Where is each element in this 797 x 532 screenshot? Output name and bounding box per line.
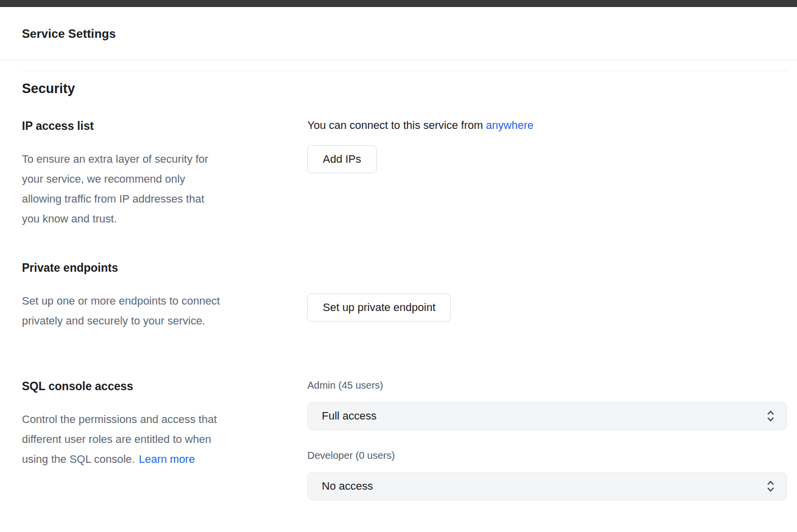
ip-access-list-label: IP access list xyxy=(22,119,282,133)
settings-main: Security IP access list To ensure an ext… xyxy=(0,71,797,500)
private-endpoints-right-column: Set up private endpoint xyxy=(307,261,787,321)
ip-access-left-column: IP access list To ensure an extra layer … xyxy=(22,119,307,229)
sql-console-access-description: Control the permissions and access that … xyxy=(22,410,282,469)
anywhere-link[interactable]: anywhere xyxy=(486,119,533,131)
ip-access-list-description: To ensure an extra layer of security for… xyxy=(22,149,282,229)
sql-console-left-column: SQL console access Control the permissio… xyxy=(22,379,307,469)
setting-row-ip-access-list: IP access list To ensure an extra layer … xyxy=(22,119,787,229)
private-endpoints-label: Private endpoints xyxy=(22,261,282,275)
setting-row-private-endpoints: Private endpoints Set up one or more end… xyxy=(22,261,787,331)
admin-access-select[interactable]: Full access xyxy=(307,402,787,430)
ip-access-status-text: You can connect to this service from xyxy=(307,119,483,131)
ip-access-right-column: You can connect to this service fromanyw… xyxy=(307,119,787,173)
admin-select-label: Admin (45 users) xyxy=(307,379,787,391)
sql-console-right-column: Admin (45 users) Full access Developer (… xyxy=(307,379,787,500)
private-endpoints-left-column: Private endpoints Set up one or more end… xyxy=(22,261,307,331)
page-title: Service Settings xyxy=(22,26,775,41)
window-chrome-bar xyxy=(0,0,797,7)
admin-access-field: Admin (45 users) Full access xyxy=(307,379,787,430)
private-endpoints-description: Set up one or more endpoints to connect … xyxy=(22,291,282,331)
add-ips-button[interactable]: Add IPs xyxy=(307,145,377,173)
section-divider xyxy=(22,71,787,71)
admin-access-select-value: Full access xyxy=(322,410,377,423)
learn-more-link[interactable]: Learn more xyxy=(139,453,195,465)
header-divider xyxy=(0,60,797,60)
setting-row-sql-console-access: SQL console access Control the permissio… xyxy=(22,379,787,500)
chevron-updown-icon xyxy=(767,479,775,493)
setup-private-endpoint-button[interactable]: Set up private endpoint xyxy=(307,294,451,321)
section-title-security: Security xyxy=(22,81,787,97)
developer-select-label: Developer (0 users) xyxy=(307,449,787,461)
page-header: Service Settings xyxy=(0,7,797,60)
sql-console-access-label: SQL console access xyxy=(22,379,282,393)
developer-access-select-value: No access xyxy=(322,480,373,493)
developer-access-field: Developer (0 users) No access xyxy=(307,449,787,500)
chevron-updown-icon xyxy=(767,409,775,423)
ip-access-status-line: You can connect to this service fromanyw… xyxy=(307,119,787,132)
developer-access-select[interactable]: No access xyxy=(307,472,787,500)
